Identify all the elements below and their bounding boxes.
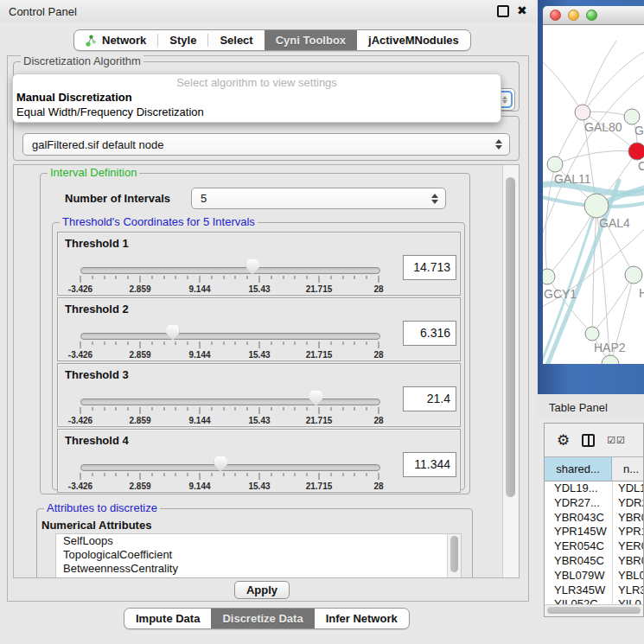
threshold-value-field[interactable]: 14.713 [403, 255, 456, 280]
table-row[interactable]: YLR345WYLR3 [545, 583, 643, 598]
table-row[interactable]: YBR045CYBR0 [545, 554, 643, 569]
table-horizontal-scrollbar[interactable] [545, 604, 643, 615]
table-cell-shared: YER054C [545, 539, 612, 554]
tab-style-label: Style [169, 34, 196, 47]
tick-mark [175, 407, 176, 411]
threshold-value-field[interactable]: 21.4 [403, 386, 456, 411]
attribute-list-item[interactable]: TopologicalCoefficient [56, 548, 461, 562]
table-row[interactable]: YER054CYER0 [545, 539, 643, 554]
table-header-shared[interactable]: shared... [545, 457, 612, 481]
gear-icon[interactable]: ⚙ [557, 433, 570, 448]
zoom-traffic-light-icon[interactable] [586, 10, 597, 21]
threshold-value-field[interactable]: 6.316 [403, 321, 456, 346]
combobox-spinner-icon[interactable] [429, 194, 441, 204]
tab-select-label: Select [220, 34, 252, 47]
column-layout-icon[interactable] [582, 434, 595, 447]
tab-cyni-toolbox-label: Cyni Toolbox [276, 34, 346, 47]
tick-mark [116, 407, 117, 411]
table-header-row: shared... n... [545, 456, 643, 481]
network-node[interactable] [575, 105, 590, 120]
network-edge[interactable] [592, 275, 634, 334]
table-row[interactable]: YPR145WYPR1 [545, 525, 643, 539]
network-edge[interactable] [583, 51, 644, 112]
slider-track[interactable] [80, 333, 380, 340]
tab-cyni-toolbox[interactable]: Cyni Toolbox [265, 30, 357, 50]
number-of-intervals-combobox[interactable]: 5 [191, 188, 446, 209]
tick-mark [92, 341, 92, 345]
network-node[interactable] [628, 143, 644, 160]
network-node[interactable] [584, 194, 609, 218]
tab-infer-network[interactable]: Infer Network [315, 609, 409, 628]
close-icon[interactable]: ✖ [517, 3, 527, 17]
table-row[interactable]: YBL079WYBL0 [545, 569, 643, 583]
tab-jactivemnodules[interactable]: jActiveMNodules [357, 30, 470, 50]
network-node[interactable] [585, 327, 599, 341]
tick-label: 28 [373, 481, 383, 491]
tab-discretize-data[interactable]: Discretize Data [211, 609, 314, 628]
network-node[interactable] [624, 109, 640, 124]
tick-mark [80, 276, 81, 283]
network-canvas[interactable]: GAL80G.CGAL11GAL4GCY1HHAP2 [543, 25, 644, 364]
tick-mark [307, 341, 308, 345]
dropdown-option-equal-width[interactable]: Equal Width/Frequency Discretization [13, 105, 501, 119]
close-traffic-light-icon[interactable] [550, 10, 561, 21]
tab-select[interactable]: Select [208, 30, 264, 50]
table-data-combobox[interactable]: galFiltered.sif default node [22, 133, 510, 156]
minimize-traffic-light-icon[interactable] [568, 10, 579, 21]
column-divider [612, 481, 613, 604]
tick-label: 28 [373, 416, 383, 425]
tick-mark [367, 276, 367, 279]
tab-impute-data[interactable]: Impute Data [124, 609, 211, 628]
select-checkboxes-icon[interactable]: ☑☑ [607, 435, 626, 446]
network-edge[interactable] [555, 150, 637, 164]
slider-track[interactable] [80, 464, 380, 471]
tick-mark [295, 341, 296, 345]
table-row[interactable]: YIL052CYIL0 [545, 597, 643, 604]
table-row[interactable]: YDR27...YDR2 [545, 496, 643, 511]
network-node[interactable] [543, 269, 555, 284]
algorithm-dropdown-popup: Select algorithm to view settings Manual… [12, 73, 501, 123]
network-view-window[interactable]: GAL80G.CGAL11GAL4GCY1HHAP2 [538, 0, 644, 394]
slider-track[interactable] [80, 399, 380, 405]
dropdown-prompt: Select algorithm to view settings [13, 74, 501, 90]
network-node[interactable] [625, 266, 642, 284]
list-scrollbar[interactable] [447, 534, 461, 578]
tab-style[interactable]: Style [158, 30, 207, 50]
network-edge[interactable] [592, 206, 596, 334]
tick-mark [200, 473, 201, 480]
table-row[interactable]: YDL19...YDL1 [545, 481, 643, 496]
table-row[interactable]: YBR043CYBR0 [545, 511, 643, 526]
network-node[interactable] [547, 156, 563, 172]
network-icon [86, 35, 97, 47]
attribute-list-item[interactable]: BetweennessCentrality [56, 562, 461, 576]
apply-button[interactable]: Apply [234, 581, 290, 599]
float-window-icon[interactable] [497, 5, 509, 17]
threshold-value-field[interactable]: 11.344 [403, 452, 456, 477]
settings-scrollbar-thumb[interactable] [506, 177, 515, 497]
threshold-panel: Threshold 1-3.4262.8599.14415.4321.71528… [57, 232, 461, 296]
slider-track[interactable] [80, 267, 380, 274]
network-edge[interactable] [543, 58, 583, 112]
table-panel-toolbar: ⚙ ☑☑ [545, 424, 643, 456]
tick-label: 9.144 [188, 284, 210, 294]
list-scrollbar-thumb[interactable] [450, 536, 458, 572]
tab-network[interactable]: Network [74, 30, 157, 50]
combobox-spinner-icon[interactable] [493, 139, 505, 150]
table-horizontal-scrollbar-thumb[interactable] [547, 607, 641, 614]
threshold-label: Threshold 3 [65, 368, 129, 381]
threshold-panel: Threshold 2-3.4262.8599.14415.4321.71528… [57, 297, 461, 361]
settings-scrollbar[interactable] [502, 165, 519, 577]
table-header-name[interactable]: n... [612, 457, 643, 481]
attribute-list-item[interactable]: SelfLoops [56, 534, 461, 548]
tick-mark [140, 473, 141, 480]
attributes-group: Attributes to discretize Numerical Attri… [36, 508, 473, 578]
tick-mark [247, 276, 248, 279]
dropdown-option-manual[interactable]: Manual Discretization [13, 90, 501, 105]
network-edge[interactable] [583, 41, 616, 112]
tick-mark [247, 407, 248, 411]
table-cell-shared: YBR045C [545, 554, 612, 569]
table-cell-name: YBL0 [612, 569, 643, 583]
table-panel-body: ⚙ ☑☑ shared... n... YDL19...YDL1YDR27...… [544, 423, 644, 617]
network-node[interactable] [602, 355, 619, 364]
network-edge-highlighted[interactable] [543, 206, 596, 364]
